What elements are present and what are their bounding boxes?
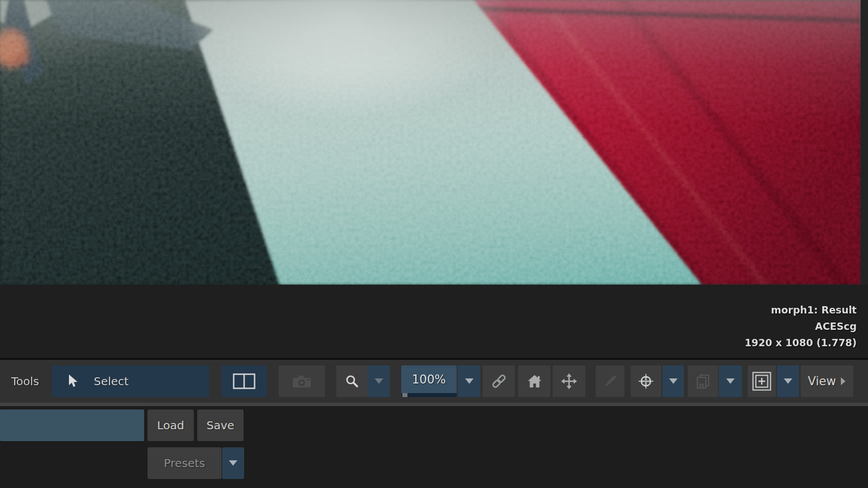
presets-dropdown[interactable] xyxy=(222,447,244,479)
load-button[interactable]: Load xyxy=(147,409,194,441)
triangle-down-icon xyxy=(784,378,792,384)
pages-icon xyxy=(696,374,710,389)
snapshot-button[interactable] xyxy=(279,365,325,397)
triangle-down-icon xyxy=(726,378,735,384)
viewer-window: morph1: Result ACEScg 1920 x 1080 (1.778… xyxy=(0,0,868,488)
zoom-tool-dropdown[interactable] xyxy=(367,365,390,397)
crack-line xyxy=(465,6,861,24)
move-arrows-icon xyxy=(561,373,577,389)
sync-viewers-button[interactable] xyxy=(483,365,515,397)
tools-label: Tools xyxy=(11,360,39,403)
pan-view-button[interactable] xyxy=(553,365,585,397)
camera-icon xyxy=(293,374,311,388)
fit-image-button[interactable] xyxy=(518,365,550,397)
viewer-image[interactable] xyxy=(0,0,861,285)
preset-name-input[interactable] xyxy=(0,409,144,441)
triangle-down-icon xyxy=(375,378,383,384)
save-button-label: Save xyxy=(206,419,234,432)
split-view-icon xyxy=(233,373,255,389)
preset-panel: Load Save Presets xyxy=(0,406,868,488)
colorspace-label: ACEScg xyxy=(745,319,857,335)
load-button-label: Load xyxy=(157,419,184,432)
chevron-right-icon xyxy=(841,377,846,385)
zoom-level-dropdown[interactable] xyxy=(458,365,480,397)
triangle-down-icon xyxy=(465,378,474,384)
crosshair-target-icon xyxy=(638,373,654,389)
photo-zones xyxy=(0,0,861,285)
tracker-dropdown[interactable] xyxy=(662,365,684,397)
color-picker-button[interactable] xyxy=(596,365,624,397)
tracker-button[interactable] xyxy=(631,365,661,397)
zoom-level-value: 100% xyxy=(412,373,446,390)
home-icon xyxy=(527,374,542,388)
layers-button[interactable] xyxy=(688,365,718,397)
zoom-level-field[interactable]: 100% xyxy=(401,365,457,397)
viewed-node-label: morph1: Result xyxy=(745,302,857,319)
cursor-arrow-icon xyxy=(67,374,79,389)
triangle-down-icon xyxy=(229,460,237,466)
wipe-button[interactable] xyxy=(748,365,776,397)
select-tool-label: Select xyxy=(94,374,129,388)
layers-dropdown[interactable] xyxy=(719,365,742,397)
split-view-button[interactable] xyxy=(222,365,267,397)
blurred-foreground-object xyxy=(15,52,29,64)
presets-button[interactable]: Presets xyxy=(147,447,222,479)
eyedropper-icon xyxy=(602,373,618,389)
wipe-dropdown[interactable] xyxy=(777,365,799,397)
triangle-down-icon xyxy=(669,378,678,384)
viewer-info-panel: morph1: Result ACEScg 1920 x 1080 (1.778… xyxy=(0,285,868,358)
view-menu-label: View xyxy=(808,374,836,388)
zoom-slider[interactable] xyxy=(401,393,457,397)
viewer-toolbar: Tools Select xyxy=(0,358,868,403)
resolution-label: 1920 x 1080 (1.778) xyxy=(745,335,857,351)
save-button[interactable]: Save xyxy=(197,409,244,441)
view-menu-button[interactable]: View xyxy=(801,365,853,397)
magnifier-icon xyxy=(345,374,359,388)
link-icon xyxy=(491,373,507,390)
plus-box-icon xyxy=(752,372,771,391)
viewer-viewport[interactable] xyxy=(0,0,868,285)
zoom-tool-button[interactable] xyxy=(336,365,367,397)
select-tool-button[interactable]: Select xyxy=(52,365,209,397)
presets-button-label: Presets xyxy=(164,456,205,470)
zoom-slider-handle[interactable] xyxy=(402,393,407,397)
